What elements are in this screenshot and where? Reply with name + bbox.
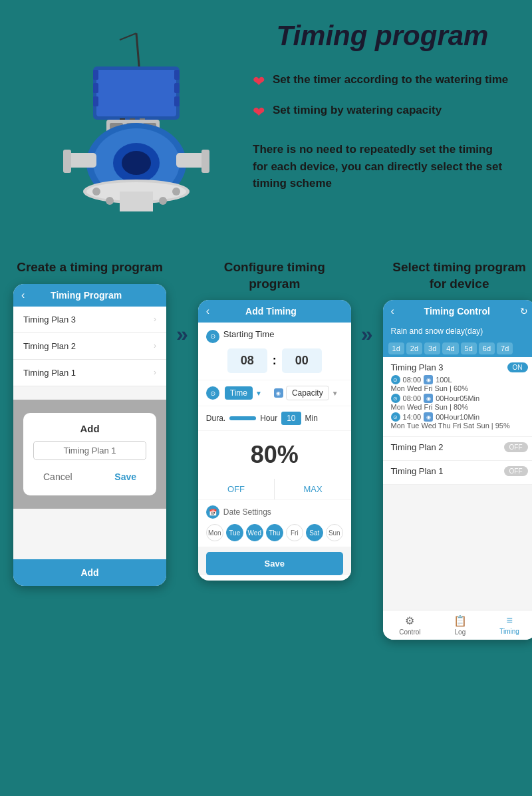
off-button[interactable]: OFF	[198, 479, 275, 499]
plan-1-row: Timing Plan 1 OFF	[383, 461, 532, 485]
modal-cancel-button[interactable]: Cancel	[33, 468, 82, 485]
bottom-section: Create a timing program ‹ Timing Program…	[0, 246, 532, 660]
hour-box[interactable]: 08	[227, 348, 267, 373]
capacity-select-btn[interactable]: Capacity	[286, 386, 329, 400]
cap-icon-1: ◉	[424, 375, 433, 384]
svg-rect-6	[93, 96, 98, 106]
svg-rect-9	[174, 96, 180, 106]
day-tab-3d[interactable]: 3d	[424, 342, 440, 354]
plan-3-detail-3: ⊙ 14:00 ◉ 00Hour10Min	[391, 412, 528, 422]
day-fri[interactable]: Fri	[286, 524, 303, 541]
heart-icon-1: ❤	[253, 73, 265, 90]
refresh-icon[interactable]: ↻	[520, 306, 528, 317]
phone-1-header: ‹ Timing Program	[13, 284, 166, 307]
day-wed[interactable]: Wed	[246, 524, 263, 541]
plan-2-toggle[interactable]: OFF	[504, 442, 528, 452]
phone-2-save-button[interactable]: Save	[206, 552, 343, 575]
max-button[interactable]: MAX	[275, 479, 351, 499]
description-text: There is no need to repeatedly set the t…	[253, 141, 512, 192]
log-label: Log	[455, 628, 466, 636]
svg-rect-31	[63, 150, 71, 173]
capacity-select-group: ◉ Capacity ▼	[274, 386, 338, 400]
modal-save-button[interactable]: Save	[104, 468, 146, 485]
modal-plan-input[interactable]: Timing Plan 1	[33, 441, 146, 460]
day-tab-7d[interactable]: 7d	[497, 342, 513, 354]
dura-input[interactable]	[229, 416, 256, 420]
starting-time-label: Starting Time	[223, 329, 275, 339]
starting-time-section: ⊙ Starting Time 08 : 00	[198, 323, 351, 380]
plan-1-name: Timing Plan 1	[391, 466, 444, 476]
date-settings-section: 📅 Date Settings Mon Tue Wed Thu Fri Sat …	[198, 500, 351, 547]
svg-point-24	[106, 197, 114, 205]
phone-1-title: Timing Program	[25, 290, 148, 301]
step-3: Select timing program for device ‹ Timin…	[383, 259, 532, 640]
page-title: Timing program	[253, 20, 512, 52]
minute-box[interactable]: 00	[282, 348, 322, 373]
min-input[interactable]: 10	[281, 412, 301, 425]
day-mon[interactable]: Mon	[206, 524, 223, 541]
nav-log[interactable]: 📋 Log	[454, 614, 467, 636]
day-sat[interactable]: Sat	[306, 524, 323, 541]
day-tab-5d[interactable]: 5d	[461, 342, 477, 354]
svg-point-27	[172, 188, 180, 196]
svg-point-23	[92, 188, 100, 196]
phone-1-mockup: ‹ Timing Program Timing Plan 3 › Timing …	[13, 284, 166, 586]
plan-3-schedule-3: Mon Tue Wed Thu Fri Sat Sun | 95%	[391, 422, 528, 430]
product-image-area	[20, 20, 239, 233]
svg-rect-5	[93, 83, 98, 93]
timing-list-item-2[interactable]: Timing Plan 2 ›	[13, 333, 166, 360]
svg-rect-8	[174, 83, 180, 93]
time-capacity-row: ⊙ Time ▼ ◉ Capacity ▼	[198, 380, 351, 406]
hour-label: Hour	[260, 414, 277, 423]
right-content: Timing program ❤ Set the timer according…	[239, 20, 512, 192]
timing-plan-1-label: Timing Plan 1	[23, 368, 76, 378]
svg-rect-7	[174, 70, 180, 80]
modal-add-title: Add	[33, 423, 146, 434]
arrow-1: »	[176, 326, 188, 343]
step-1: Create a timing program ‹ Timing Program…	[13, 259, 166, 586]
clock-icon: ⊙	[206, 330, 219, 343]
svg-rect-32	[201, 150, 209, 173]
time-colon: :	[273, 354, 277, 368]
day-tabs-row: 1d 2d 3d 4d 5d 6d 7d	[383, 340, 532, 357]
percent-display: 80%	[198, 431, 351, 479]
phone-3-body: Timing Plan 3 ON ⊙ 08:00 ◉ 100L Mon Wed …	[383, 357, 532, 610]
plan-1-toggle[interactable]: OFF	[504, 466, 528, 476]
time-display: 08 : 00	[206, 348, 343, 373]
timing-label: Timing	[499, 628, 519, 635]
double-arrow-icon-2: »	[361, 326, 373, 343]
nav-timing[interactable]: ≡ Timing	[499, 614, 519, 636]
day-thu[interactable]: Thu	[266, 524, 283, 541]
phone-3-nav: ⚙ Control 📋 Log ≡ Timing	[383, 610, 532, 640]
cap-icon-2: ◉	[424, 394, 433, 403]
log-icon: 📋	[454, 614, 467, 627]
phone-1-add-button[interactable]: Add	[13, 559, 166, 586]
day-tab-1d[interactable]: 1d	[388, 342, 404, 354]
plan-3-schedule-1: Mon Wed Fri Sun | 60%	[391, 384, 528, 392]
top-section: Timing program ❤ Set the timer according…	[0, 0, 532, 246]
timing-list-item-3[interactable]: Timing Plan 3 ›	[13, 307, 166, 333]
nav-control[interactable]: ⚙ Control	[399, 614, 420, 636]
svg-line-1	[120, 33, 136, 40]
timing-icon: ≡	[506, 614, 512, 626]
heart-icon-2: ❤	[253, 104, 265, 121]
day-sun[interactable]: Sun	[326, 524, 343, 541]
timing-list-item-1[interactable]: Timing Plan 1 ›	[13, 360, 166, 386]
delay-label: Rain and snow delay(day)	[383, 323, 532, 340]
plan-2-name: Timing Plan 2	[391, 442, 444, 452]
plan-3-toggle[interactable]: ON	[507, 362, 528, 372]
step-2-title: Configure timing program	[198, 259, 351, 292]
add-modal: Add Timing Plan 1 Cancel Save	[23, 413, 156, 495]
control-icon: ⚙	[405, 614, 414, 627]
modal-overlay: Add Timing Plan 1 Cancel Save	[13, 400, 166, 509]
time-select-btn[interactable]: Time	[225, 386, 253, 400]
date-settings-label: Date Settings	[223, 507, 271, 517]
day-tab-2d[interactable]: 2d	[406, 342, 422, 354]
svg-point-20	[122, 151, 151, 175]
day-tab-6d[interactable]: 6d	[479, 342, 495, 354]
day-tue[interactable]: Tue	[226, 524, 243, 541]
plan-3-header: Timing Plan 3 ON	[391, 362, 528, 372]
day-tab-4d[interactable]: 4d	[442, 342, 458, 354]
time-dropdown-icon: ▼	[255, 390, 262, 397]
plan-1-header: Timing Plan 1 OFF	[391, 466, 528, 476]
